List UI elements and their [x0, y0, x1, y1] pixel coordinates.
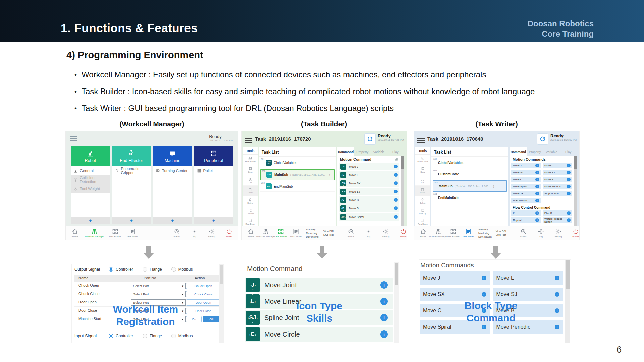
- skill-item[interactable]: CMove Circle: [245, 327, 393, 342]
- add-workcell-item-button[interactable]: +: [194, 217, 233, 224]
- row-down-button[interactable]: Row Down: [243, 217, 258, 226]
- radio-flange[interactable]: Flange: [143, 267, 162, 272]
- list-item[interactable]: Pallet: [194, 166, 233, 175]
- menu-icon[interactable]: [70, 135, 77, 142]
- tab-command[interactable]: Command: [337, 147, 354, 156]
- command-block[interactable]: Move Periodic: [543, 184, 572, 189]
- toolbar-item-task-writer[interactable]: Task Writer: [126, 228, 138, 238]
- toolbar-item-task-writer[interactable]: Task Writer: [291, 228, 301, 238]
- info-icon[interactable]: [394, 190, 398, 193]
- toolbar-item-task-builder[interactable]: Task Builder: [276, 228, 286, 238]
- toolbar-item-jog[interactable]: Jog: [536, 228, 546, 238]
- task-row-selected[interactable]: 003 MainSub[ Task Vel. 250.0, Acc. 1.000…: [433, 180, 507, 192]
- copy-button[interactable]: Copy: [243, 165, 258, 175]
- task-row[interactable]: 002 CustomCode: [433, 169, 507, 179]
- cut-button[interactable]: Cut: [415, 175, 430, 186]
- scrollbar[interactable]: [401, 156, 404, 226]
- port-select[interactable]: Select Port: [131, 283, 186, 289]
- command-block[interactable]: Move SJ: [543, 170, 572, 175]
- info-icon[interactable]: [535, 164, 539, 167]
- tab-variable[interactable]: Variable: [543, 147, 560, 156]
- toolbar-item-power[interactable]: Power: [571, 228, 579, 238]
- task-row[interactable]: 003 EndEndMainSub: [260, 181, 335, 192]
- row-up-button[interactable]: Row Up: [243, 206, 258, 217]
- info-icon[interactable]: [535, 211, 539, 215]
- end-effector-card[interactable]: End Effector: [112, 146, 151, 166]
- tab-play[interactable]: Play: [387, 147, 404, 156]
- command-block[interactable]: Move B: [543, 177, 572, 182]
- command-block[interactable]: Watch Process Button: [543, 217, 572, 223]
- tab-play[interactable]: Play: [560, 147, 577, 156]
- info-icon[interactable]: [482, 325, 486, 329]
- task-row[interactable]: 004 EndMainSub: [433, 193, 507, 203]
- chuck-open-button[interactable]: Chuck Open: [186, 283, 220, 289]
- info-icon[interactable]: [535, 178, 539, 181]
- robot-card[interactable]: Robot: [71, 146, 110, 166]
- command-block[interactable]: If: [511, 210, 541, 216]
- delete-button[interactable]: Delete: [243, 196, 258, 206]
- toolbar-item-power[interactable]: Power: [224, 228, 234, 238]
- info-icon[interactable]: [567, 192, 571, 195]
- tab-property[interactable]: Property: [527, 147, 543, 156]
- info-icon[interactable]: [567, 185, 571, 188]
- radio-controller[interactable]: Controller: [109, 267, 133, 272]
- row-up-button[interactable]: Row Up: [415, 206, 430, 217]
- toolbar-item-home[interactable]: Home: [418, 228, 428, 238]
- command-block[interactable]: Move J: [511, 163, 541, 168]
- row-down-button[interactable]: Row Down: [415, 217, 430, 226]
- info-icon[interactable]: [535, 192, 539, 195]
- list-item[interactable]: Turning Center: [153, 166, 192, 175]
- scrollbar[interactable]: [565, 260, 570, 343]
- command-item[interactable]: CMove C: [339, 196, 399, 204]
- info-icon[interactable]: [380, 330, 388, 338]
- info-icon[interactable]: [535, 199, 539, 202]
- info-icon[interactable]: [535, 185, 539, 188]
- toolbar-item-status[interactable]: Status: [518, 228, 528, 238]
- port-select[interactable]: Select Port: [131, 291, 186, 297]
- command-block[interactable]: Move SJ: [493, 288, 563, 301]
- toolbar-item-home[interactable]: Home: [246, 228, 256, 238]
- command-item[interactable]: LMove L: [339, 171, 399, 179]
- cut-button[interactable]: Cut: [243, 175, 258, 186]
- info-icon[interactable]: [394, 215, 398, 219]
- info-icon[interactable]: [482, 292, 486, 297]
- toolbar-item-setting[interactable]: Setting: [381, 228, 391, 238]
- task-row[interactable]: 001 Global Var.GlobalVariables: [260, 158, 335, 168]
- multi-select-button[interactable]: Multi-Select: [415, 155, 430, 165]
- tab-variable[interactable]: Variable: [371, 147, 387, 156]
- info-icon[interactable]: [535, 218, 539, 222]
- task-row[interactable]: 001 GlobalVariables: [433, 158, 507, 168]
- toolbar-item-task-writer[interactable]: Task Writer: [463, 228, 473, 238]
- info-icon[interactable]: [394, 181, 398, 185]
- radio-controller[interactable]: Controller: [109, 334, 133, 338]
- toolbar-item-home[interactable]: Home: [70, 228, 80, 238]
- skill-item[interactable]: JMove Joint: [245, 278, 393, 292]
- info-icon[interactable]: [394, 198, 398, 202]
- info-icon[interactable]: [482, 276, 486, 280]
- machine-card[interactable]: Machine: [153, 146, 192, 166]
- command-block[interactable]: Move L: [543, 163, 572, 168]
- toolbar-item-workcell-manager[interactable]: Workcell Manager: [85, 228, 104, 238]
- tab-property[interactable]: Property: [354, 147, 371, 156]
- task-row-selected[interactable]: 002 StartMainSub( Task Vel. 250.0, Acc. …: [260, 169, 335, 180]
- radio-modbus[interactable]: Modbus: [171, 267, 193, 272]
- toolbar-item-workcell-manager[interactable]: Workcell Manager: [261, 228, 271, 238]
- command-block[interactable]: Repeat: [511, 217, 541, 223]
- servo-state-icon[interactable]: [364, 133, 376, 145]
- info-icon[interactable]: [394, 165, 398, 168]
- toolbar-item-task-builder[interactable]: Task Builder: [109, 228, 121, 238]
- command-block[interactable]: Move Spiral: [511, 184, 541, 189]
- toolbar-item-setting[interactable]: Setting: [207, 228, 217, 238]
- command-block[interactable]: Stop Motion: [543, 191, 572, 196]
- command-block[interactable]: Move J: [420, 271, 490, 285]
- info-icon[interactable]: [555, 325, 559, 329]
- menu-icon[interactable]: [417, 137, 425, 144]
- toolbar-item-status[interactable]: Status: [346, 228, 356, 238]
- info-icon[interactable]: [394, 173, 398, 177]
- scrollbar[interactable]: [219, 264, 224, 343]
- list-item[interactable]: General: [71, 166, 110, 175]
- info-icon[interactable]: [394, 206, 398, 210]
- command-block[interactable]: Move SX: [511, 170, 541, 175]
- command-block[interactable]: Move L: [493, 271, 563, 285]
- add-workcell-item-button[interactable]: +: [153, 217, 192, 224]
